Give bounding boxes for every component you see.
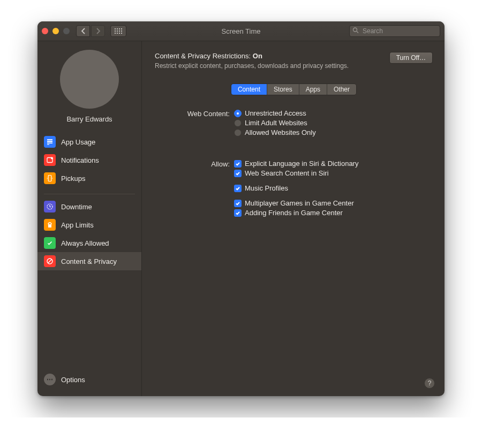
radio-allowed-only[interactable]: Allowed Websites Only: [234, 128, 433, 136]
downtime-icon: [44, 201, 56, 212]
notifications-icon: [44, 154, 56, 166]
traffic-lights: [42, 28, 70, 34]
sidebar-item-downtime[interactable]: Downtime: [37, 198, 141, 216]
help-label: ?: [428, 379, 432, 387]
tab-label: Stores: [274, 86, 292, 93]
checkbox-indicator: [234, 185, 242, 192]
allow-label: Allow:: [165, 160, 234, 218]
user-name: Barry Edwards: [37, 115, 141, 123]
sidebar-item-label: Downtime: [61, 203, 92, 211]
tab-label: Other: [334, 86, 350, 93]
app-usage-icon: [44, 136, 56, 148]
web-content-label: Web Content:: [165, 109, 234, 138]
back-button[interactable]: [76, 25, 90, 37]
search-icon: [352, 27, 359, 35]
checkbox-indicator: [234, 200, 242, 207]
svg-point-0: [353, 28, 357, 32]
svg-point-3: [51, 157, 53, 160]
content-subtitle: Restrict explicit content, purchases, do…: [155, 62, 389, 70]
row-web-content: Web Content: Unrestricted Access Limit A…: [165, 109, 433, 138]
allow-options: Explicit Language in Siri & Dictionary W…: [234, 160, 433, 218]
radio-label: Limit Adult Websites: [245, 119, 307, 127]
checkbox-indicator: [234, 160, 242, 168]
sidebar-item-label: Always Allowed: [61, 239, 109, 247]
turn-off-label: Turn Off…: [396, 54, 426, 62]
body: Barry Edwards App Usage Notifications: [37, 41, 445, 396]
radio-label: Allowed Websites Only: [245, 128, 316, 136]
check-adding-friends[interactable]: Adding Friends in Game Center: [234, 209, 433, 217]
sidebar-item-label: Options: [61, 376, 85, 384]
window-title: Screen Time: [222, 27, 261, 35]
radio-label: Unrestricted Access: [245, 109, 306, 117]
screen-time-window: Screen Time Barry Edwards App Usage: [37, 21, 445, 396]
svg-rect-4: [48, 176, 51, 181]
content-title: Content & Privacy Restrictions: On: [155, 52, 389, 60]
content-title-prefix: Content & Privacy Restrictions:: [155, 52, 253, 60]
sidebar-section-limits: Downtime App Limits Always Allowed: [37, 198, 141, 274]
content-pane: Content & Privacy Restrictions: On Restr…: [142, 41, 445, 396]
sidebar-item-label: Notifications: [61, 156, 99, 164]
sidebar-item-label: Content & Privacy: [61, 257, 117, 265]
pickups-icon: [44, 172, 56, 184]
sidebar-item-pickups[interactable]: Pickups: [37, 169, 141, 187]
options-icon: ⋯: [44, 374, 56, 385]
check-web-search-siri[interactable]: Web Search Content in Siri: [234, 169, 433, 177]
check-label: Adding Friends in Game Center: [245, 209, 343, 217]
checkbox-indicator: [234, 209, 242, 217]
check-explicit-language[interactable]: Explicit Language in Siri & Dictionary: [234, 160, 433, 168]
row-allow: Allow: Explicit Language in Siri & Dicti…: [165, 160, 433, 218]
content-title-wrap: Content & Privacy Restrictions: On Restr…: [155, 52, 389, 70]
sidebar-item-content-privacy[interactable]: Content & Privacy: [37, 252, 141, 270]
check-music-profiles[interactable]: Music Profiles: [234, 184, 433, 192]
close-window-button[interactable]: [42, 28, 48, 34]
forward-button[interactable]: [91, 25, 105, 37]
svg-line-7: [48, 260, 52, 263]
tab-label: Content: [238, 86, 260, 93]
tab-apps[interactable]: Apps: [299, 84, 327, 95]
always-allowed-icon: [44, 237, 56, 249]
tab-stores[interactable]: Stores: [267, 84, 299, 95]
sidebar: Barry Edwards App Usage Notifications: [37, 41, 142, 396]
sidebar-item-app-usage[interactable]: App Usage: [37, 133, 141, 151]
form-area: Web Content: Unrestricted Access Limit A…: [155, 109, 433, 221]
svg-line-1: [357, 32, 358, 33]
tab-content[interactable]: Content: [231, 84, 267, 95]
search-input[interactable]: [349, 25, 440, 37]
radio-indicator: [234, 110, 242, 117]
check-label: Music Profiles: [245, 184, 288, 192]
check-label: Explicit Language in Siri & Dictionary: [245, 160, 358, 168]
minimize-window-button[interactable]: [52, 28, 59, 34]
content-privacy-icon: [44, 255, 56, 267]
grid-icon: [115, 28, 122, 34]
search-wrap: [349, 25, 440, 37]
radio-unrestricted[interactable]: Unrestricted Access: [234, 109, 433, 117]
maximize-window-button[interactable]: [63, 28, 70, 34]
sidebar-item-always-allowed[interactable]: Always Allowed: [37, 234, 141, 252]
radio-indicator: [234, 129, 242, 136]
nav-buttons: [76, 25, 105, 37]
sidebar-item-label: App Limits: [61, 221, 94, 229]
show-all-prefs-button[interactable]: [110, 25, 126, 37]
tab-other[interactable]: Other: [327, 84, 356, 95]
sidebar-section-usage: App Usage Notifications Pickups: [37, 133, 141, 191]
titlebar: Screen Time: [37, 21, 445, 41]
checkbox-indicator: [234, 170, 242, 177]
sidebar-footer: ⋯ Options: [37, 365, 141, 396]
check-label: Web Search Content in Siri: [245, 169, 329, 177]
radio-limit-adult[interactable]: Limit Adult Websites: [234, 119, 433, 127]
sidebar-item-app-limits[interactable]: App Limits: [37, 216, 141, 234]
check-label: Multiplayer Games in Game Center: [245, 199, 354, 207]
turn-off-button[interactable]: Turn Off…: [389, 52, 433, 64]
radio-indicator: [234, 119, 242, 127]
help-button[interactable]: ?: [424, 378, 435, 389]
sidebar-item-options[interactable]: ⋯ Options: [44, 370, 135, 389]
content-title-state: On: [253, 52, 262, 60]
sidebar-item-label: App Usage: [61, 138, 95, 146]
avatar: [60, 50, 119, 109]
check-multiplayer-games[interactable]: Multiplayer Games in Game Center: [234, 199, 433, 207]
sidebar-item-notifications[interactable]: Notifications: [37, 151, 141, 169]
content-header: Content & Privacy Restrictions: On Restr…: [155, 52, 433, 70]
sidebar-item-label: Pickups: [61, 174, 86, 183]
segmented-control: Content Stores Apps Other: [231, 83, 357, 95]
sidebar-divider: [44, 194, 135, 194]
